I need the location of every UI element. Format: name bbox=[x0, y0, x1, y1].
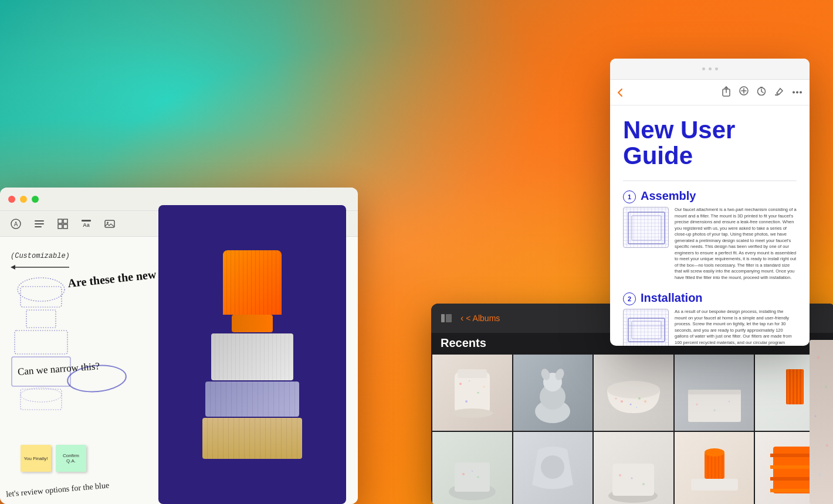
svg-point-43 bbox=[644, 400, 646, 403]
assembly-number: 1 bbox=[623, 190, 636, 203]
guide-divider bbox=[623, 181, 797, 181]
photo-item[interactable] bbox=[513, 432, 593, 504]
svg-rect-52 bbox=[786, 369, 804, 404]
photo-bowl bbox=[604, 366, 663, 419]
checklist-icon[interactable] bbox=[33, 217, 46, 230]
photo-item[interactable] bbox=[675, 432, 754, 504]
guide-highlight-icon[interactable] bbox=[774, 86, 784, 98]
guide-document-title: New User Guide bbox=[623, 117, 797, 169]
svg-rect-3 bbox=[35, 223, 44, 224]
guide-back-icon[interactable] bbox=[617, 88, 623, 97]
svg-rect-8 bbox=[63, 224, 67, 229]
svg-rect-84 bbox=[760, 87, 763, 88]
installation-title: Installation bbox=[641, 291, 703, 305]
installation-body: As a result of our bespoke design proces… bbox=[623, 309, 797, 346]
handwriting-review: let's review options for the blue bbox=[6, 480, 110, 499]
svg-point-64 bbox=[642, 483, 645, 485]
svg-point-60 bbox=[541, 455, 564, 479]
sidebar-toggle-icon[interactable] bbox=[441, 312, 452, 324]
minimize-button[interactable] bbox=[20, 196, 27, 203]
svg-point-57 bbox=[462, 473, 465, 475]
svg-point-58 bbox=[477, 476, 479, 478]
svg-rect-2 bbox=[35, 220, 44, 222]
svg-rect-5 bbox=[58, 219, 62, 223]
guide-section-installation: 2 Installation As a result of our bespok… bbox=[623, 291, 797, 346]
photo-item[interactable] bbox=[432, 432, 512, 504]
assembly-text: Our faucet attachment is a two-part mech… bbox=[675, 207, 797, 281]
photos-grid bbox=[431, 355, 833, 504]
vase-stack bbox=[202, 250, 302, 459]
svg-rect-24 bbox=[441, 314, 445, 322]
svg-point-97 bbox=[815, 416, 817, 417]
photo-item[interactable] bbox=[594, 355, 673, 431]
svg-point-44 bbox=[615, 398, 617, 400]
svg-rect-27 bbox=[458, 369, 487, 378]
table-icon[interactable] bbox=[56, 217, 69, 230]
svg-point-96 bbox=[825, 386, 827, 388]
photo-item[interactable] bbox=[513, 355, 593, 431]
guide-timer-icon[interactable] bbox=[757, 86, 766, 98]
photo-ceramic-2 bbox=[446, 445, 499, 503]
svg-point-29 bbox=[459, 383, 462, 385]
svg-rect-47 bbox=[688, 390, 741, 394]
installation-diagram bbox=[623, 309, 669, 346]
product-image bbox=[158, 205, 346, 504]
svg-rect-90 bbox=[632, 216, 661, 240]
vase-mid bbox=[211, 333, 293, 380]
product-panel bbox=[158, 205, 346, 504]
svg-point-39 bbox=[607, 381, 660, 399]
vase-base1 bbox=[205, 382, 299, 417]
guide-more-icon[interactable] bbox=[792, 86, 802, 98]
installation-text: As a result of our bespoke design proces… bbox=[675, 309, 797, 346]
svg-point-86 bbox=[793, 91, 795, 94]
guide-add-icon[interactable] bbox=[739, 86, 749, 98]
customizable-label: (Customizable) bbox=[11, 252, 70, 260]
guide-dot-3 bbox=[715, 67, 718, 70]
assembly-title: Assembly bbox=[641, 189, 696, 203]
svg-point-40 bbox=[621, 400, 623, 403]
svg-rect-66 bbox=[691, 479, 738, 491]
wireframe-sketch bbox=[9, 272, 85, 436]
guide-window: New User Guide 1 Assembly Our faucet att bbox=[610, 59, 810, 346]
svg-rect-11 bbox=[105, 220, 114, 227]
installation-header: 2 Installation bbox=[623, 291, 797, 305]
maximize-button[interactable] bbox=[32, 196, 39, 203]
svg-point-63 bbox=[619, 474, 621, 476]
svg-point-33 bbox=[469, 380, 470, 382]
installation-number: 2 bbox=[623, 292, 636, 305]
svg-point-50 bbox=[729, 401, 730, 402]
guide-share-icon[interactable] bbox=[722, 86, 731, 98]
right-strip-pattern bbox=[810, 340, 833, 504]
guide-section-assembly: 1 Assembly Our faucet attachment is a tw… bbox=[623, 189, 797, 281]
svg-marker-15 bbox=[11, 265, 15, 270]
photo-figurine bbox=[528, 367, 578, 426]
svg-point-65 bbox=[631, 478, 633, 479]
guide-toolbar bbox=[610, 80, 810, 105]
svg-point-30 bbox=[477, 392, 479, 394]
circle-a-icon[interactable]: A bbox=[9, 217, 22, 230]
svg-point-59 bbox=[472, 471, 473, 472]
text-format-icon[interactable]: Aa bbox=[80, 217, 93, 230]
svg-point-88 bbox=[800, 91, 802, 94]
close-button[interactable] bbox=[8, 196, 15, 203]
assembly-body: Our faucet attachment is a two-part mech… bbox=[623, 207, 797, 281]
assembly-header: 1 Assembly bbox=[623, 189, 797, 203]
svg-rect-62 bbox=[612, 464, 654, 496]
photo-item[interactable] bbox=[594, 432, 673, 504]
svg-rect-18 bbox=[26, 310, 56, 328]
sticky-notes-group: You Finally! Confirm Q.A. bbox=[21, 445, 86, 472]
photo-item[interactable] bbox=[432, 355, 512, 431]
svg-rect-7 bbox=[58, 224, 62, 229]
svg-point-22 bbox=[21, 388, 62, 402]
svg-point-49 bbox=[713, 410, 715, 411]
svg-point-87 bbox=[796, 91, 798, 94]
photo-item[interactable] bbox=[675, 355, 754, 431]
albums-back-button[interactable]: ‹ < Albums bbox=[460, 313, 500, 323]
photo-orange-piece bbox=[688, 441, 741, 499]
svg-rect-25 bbox=[446, 314, 452, 322]
svg-point-98 bbox=[826, 444, 828, 447]
svg-rect-92 bbox=[632, 321, 661, 339]
image-icon[interactable] bbox=[103, 217, 116, 230]
svg-rect-56 bbox=[455, 462, 490, 492]
svg-rect-94 bbox=[810, 340, 833, 504]
